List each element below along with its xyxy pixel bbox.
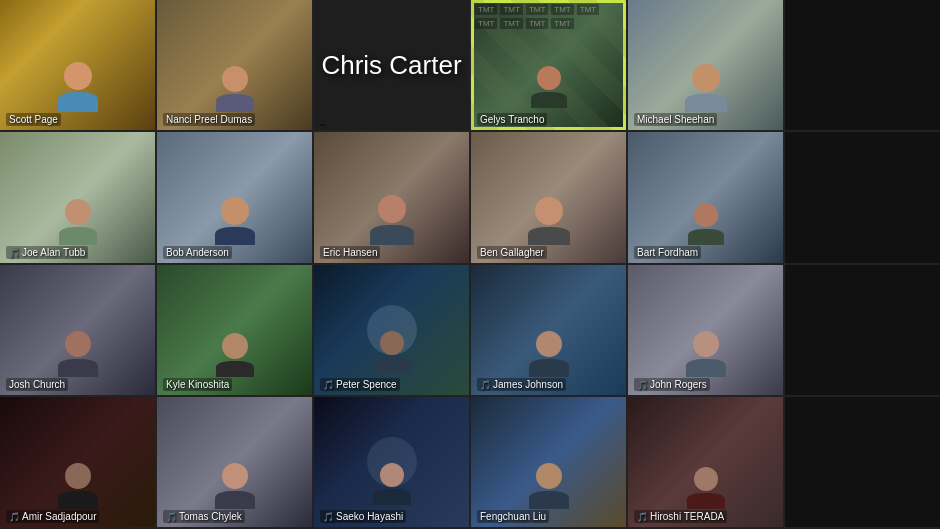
participant-name-fengchuan: Fengchuan Liu: [477, 510, 549, 523]
video-cell-scott[interactable]: Scott Page: [0, 0, 155, 130]
participant-name-hiroshi: 🎵Hiroshi TERADA: [634, 510, 727, 523]
participant-name-amir: 🎵Amir Sadjadpour: [6, 510, 99, 523]
video-cell-fengchuan[interactable]: Fengchuan Liu: [471, 397, 626, 527]
video-cell-saeko[interactable]: 🎵Saeko Hayashi: [314, 397, 469, 527]
participant-name-michael: Michael Sheehan: [634, 113, 717, 126]
participant-name-scott: Scott Page: [6, 113, 61, 126]
participant-name-jamesjohnson: 🎵James Johnson: [477, 378, 566, 391]
video-cell-johnrogers[interactable]: 🎵John Rogers: [628, 265, 783, 395]
video-cell-michael[interactable]: Michael Sheehan: [628, 0, 783, 130]
participant-name-gelys: Gelys Trancho: [477, 113, 547, 126]
video-cell-bobanderson[interactable]: Bob Anderson: [157, 132, 312, 262]
video-cell-bartfordham[interactable]: Bart Fordham: [628, 132, 783, 262]
participant-name-joshchurch: Josh Church: [6, 378, 68, 391]
big-name-chris: Chris Carter: [321, 50, 461, 81]
tmt-overlay: TMT TMT TMT TMT TMT TMT TMT TMT TMT: [471, 0, 626, 130]
participant-name-peterspence: 🎵Peter Spence: [320, 378, 400, 391]
video-cell-peterspence[interactable]: 🎵Peter Spence: [314, 265, 469, 395]
participant-name-kylekinoshita: Kyle Kinoshita: [163, 378, 232, 391]
participant-name-bengallagher: Ben Gallagher: [477, 246, 547, 259]
participant-name-tomaschylek: 🎵Tomas Chylek: [163, 510, 245, 523]
video-cell-chris[interactable]: Chris Carter: [314, 0, 469, 130]
participant-name-bobanderson: Bob Anderson: [163, 246, 232, 259]
video-cell-erichanssen[interactable]: Eric Hansen: [314, 132, 469, 262]
video-cell-tomaschylek[interactable]: 🎵Tomas Chylek: [157, 397, 312, 527]
video-cell-joshchurch[interactable]: Josh Church: [0, 265, 155, 395]
participant-name-bartfordham: Bart Fordham: [634, 246, 701, 259]
participant-name-saeko: 🎵Saeko Hayashi: [320, 510, 406, 523]
participant-name-chris: [320, 124, 326, 126]
participant-name-johnrogers: 🎵John Rogers: [634, 378, 710, 391]
video-grid: Scott Page Nanci Preel Dumas Chris Carte…: [0, 0, 940, 529]
video-cell-bengallagher[interactable]: Ben Gallagher: [471, 132, 626, 262]
participant-name-joealantubb: 🎵Joe Alan Tubb: [6, 246, 88, 259]
video-cell-empty-r4c6: [785, 397, 940, 527]
participant-name-nanci: Nanci Preel Dumas: [163, 113, 255, 126]
video-cell-joealantubb[interactable]: 🎵Joe Alan Tubb: [0, 132, 155, 262]
video-cell-gelys[interactable]: TMT TMT TMT TMT TMT TMT TMT TMT TMT Gely…: [471, 0, 626, 130]
video-cell-kylekinoshita[interactable]: Kyle Kinoshita: [157, 265, 312, 395]
video-cell-empty-r1c6: [785, 0, 940, 130]
video-cell-empty-r2c6: [785, 132, 940, 262]
participant-name-erichanssen: Eric Hansen: [320, 246, 380, 259]
video-cell-jamesjohnson[interactable]: 🎵James Johnson: [471, 265, 626, 395]
video-cell-amir[interactable]: 🎵Amir Sadjadpour: [0, 397, 155, 527]
video-cell-hiroshi[interactable]: 🎵Hiroshi TERADA: [628, 397, 783, 527]
video-cell-nanci[interactable]: Nanci Preel Dumas: [157, 0, 312, 130]
video-cell-empty-r3c6: [785, 265, 940, 395]
